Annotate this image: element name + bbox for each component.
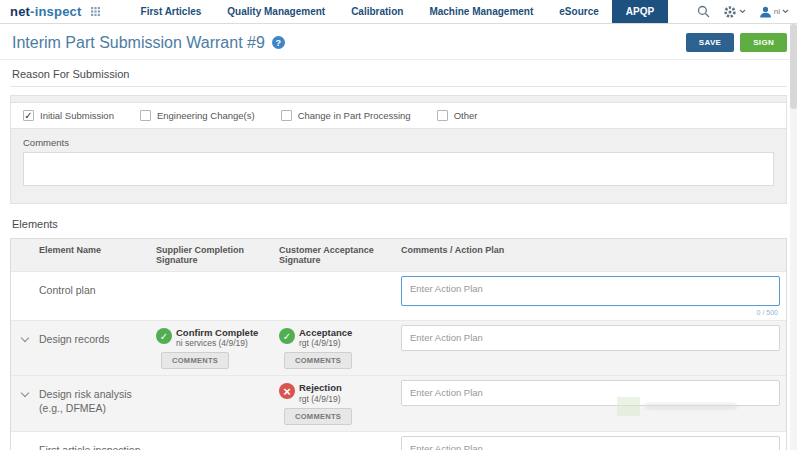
save-button[interactable]: SAVE <box>686 33 734 52</box>
signature-block: Rejection rgt (4/9/19) COMMENTS <box>279 380 401 426</box>
checkbox-engineering-change[interactable]: Engineering Change(s) <box>140 110 255 121</box>
element-name: Design records <box>39 325 156 346</box>
comments-button[interactable]: COMMENTS <box>284 352 352 369</box>
checkbox-icon <box>437 110 448 121</box>
checkbox-change-in-part-processing[interactable]: Change in Part Processing <box>281 110 411 121</box>
page-title: Interim Part Submission Warrant #9 <box>12 34 265 52</box>
nav-item-calibration[interactable]: Calibration <box>338 0 416 23</box>
elements-section-title: Elements <box>10 204 787 238</box>
action-plan-input[interactable] <box>401 380 780 406</box>
page: { "nav": { "logo_part1": "net", "logo_pa… <box>0 0 797 450</box>
nav-item-first-articles[interactable]: First Articles <box>128 0 215 23</box>
column-header-comments-action-plan: Comments / Action Plan <box>401 245 786 265</box>
nav-menu: First Articles Quality Management Calibr… <box>128 0 669 23</box>
column-header-supplier-signature: Supplier Completion Signature <box>156 245 279 265</box>
nav-item-quality-management[interactable]: Quality Management <box>214 0 338 23</box>
checkbox-icon <box>23 110 34 121</box>
reason-checkbox-group: Initial Submission Engineering Change(s)… <box>11 102 786 129</box>
signature-block: Acceptance rgt (4/9/19) COMMENTS <box>279 325 401 371</box>
scrollbar-thumb[interactable] <box>790 24 797 109</box>
column-header-element-name: Element Name <box>39 245 156 265</box>
top-nav: net-inspect First Articles Quality Manag… <box>0 0 797 24</box>
elements-table-header: Element Name Supplier Completion Signatu… <box>11 239 786 271</box>
checkbox-other[interactable]: Other <box>437 110 478 121</box>
signature-status-label: Confirm Complete <box>176 327 258 338</box>
column-header-customer-signature: Customer Acceptance Signature <box>279 245 401 265</box>
action-plan-cell <box>401 436 786 450</box>
chevron-down-icon <box>739 9 746 14</box>
signature-status-icon <box>279 328 295 344</box>
action-plan-input[interactable] <box>401 325 780 351</box>
table-row: Design risk analysis (e.g., DFMEA) Rejec… <box>11 375 786 430</box>
user-icon <box>759 6 772 18</box>
supplier-signature-cell: Confirm Complete ni services (4/9/19) CO… <box>156 325 279 371</box>
settings-gear-icon[interactable] <box>723 5 746 19</box>
search-icon[interactable] <box>697 5 710 18</box>
table-row: First article inspection report (FAIR) <box>11 431 786 450</box>
apps-grid-icon[interactable] <box>91 7 100 16</box>
main-content: Reason For Submission Initial Submission… <box>0 60 797 450</box>
customer-signature-cell: Acceptance rgt (4/9/19) COMMENTS <box>279 325 401 371</box>
action-plan-input[interactable] <box>401 436 780 450</box>
app-logo[interactable]: net-inspect <box>10 4 82 19</box>
signature-status-icon <box>279 383 295 399</box>
reason-comments-block: Comments <box>11 129 786 203</box>
reason-panel: Initial Submission Engineering Change(s)… <box>10 95 787 204</box>
action-plan-cell <box>401 380 786 408</box>
checkbox-initial-submission[interactable]: Initial Submission <box>23 110 114 121</box>
signature-signer: ni services (4/9/19) <box>176 338 258 349</box>
sign-button[interactable]: SIGN <box>740 33 787 52</box>
char-counter: 0 / 500 <box>401 309 780 316</box>
signature-signer: rgt (4/9/19) <box>299 338 352 349</box>
page-header: Interim Part Submission Warrant #9 SAVE … <box>0 24 797 60</box>
comments-label: Comments <box>23 137 774 148</box>
nav-item-apqp[interactable]: APQP <box>612 0 668 23</box>
elements-table-body: Control plan 0 / 500 Design records Conf… <box>11 271 786 450</box>
table-row: Control plan 0 / 500 <box>11 271 786 320</box>
nav-utilities: ni <box>697 0 797 23</box>
scrollbar[interactable] <box>790 24 797 450</box>
chevron-down-icon[interactable] <box>21 389 29 397</box>
signature-signer: rgt (4/9/19) <box>299 394 342 405</box>
signature-status-label: Acceptance <box>299 327 352 338</box>
table-row: Design records Confirm Complete ni servi… <box>11 320 786 375</box>
signature-block: Confirm Complete ni services (4/9/19) CO… <box>156 325 279 371</box>
action-plan-cell: 0 / 500 <box>401 276 786 316</box>
nav-item-esource[interactable]: eSource <box>546 0 611 23</box>
comments-button[interactable]: COMMENTS <box>161 352 229 369</box>
reason-section-title: Reason For Submission <box>10 60 787 87</box>
comments-button[interactable]: COMMENTS <box>284 408 352 425</box>
elements-table: Element Name Supplier Completion Signatu… <box>10 238 787 450</box>
help-icon[interactable] <box>272 36 285 49</box>
customer-signature-cell: Rejection rgt (4/9/19) COMMENTS <box>279 380 401 426</box>
chevron-down-icon <box>782 9 789 14</box>
element-name: First article inspection report (FAIR) <box>39 436 156 450</box>
signature-status-label: Rejection <box>299 382 342 393</box>
chevron-down-icon[interactable] <box>21 334 29 342</box>
user-menu[interactable]: ni <box>759 6 789 18</box>
action-plan-cell <box>401 325 786 353</box>
checkbox-icon <box>281 110 292 121</box>
action-plan-input[interactable] <box>401 276 780 306</box>
checkbox-icon <box>140 110 151 121</box>
element-name: Design risk analysis (e.g., DFMEA) <box>39 380 156 414</box>
nav-item-machine-management[interactable]: Machine Management <box>416 0 546 23</box>
header-actions: SAVE SIGN <box>686 33 787 52</box>
element-name: Control plan <box>39 276 156 297</box>
comments-textarea[interactable] <box>23 152 774 186</box>
user-initials: ni <box>774 7 780 16</box>
signature-status-icon <box>156 328 172 344</box>
